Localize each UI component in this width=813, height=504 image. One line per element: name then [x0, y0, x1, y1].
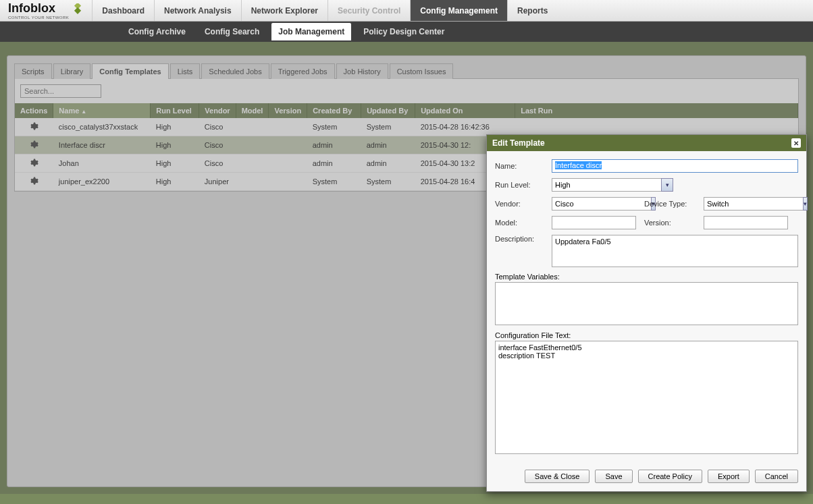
col-updated-on[interactable]: Updated On [415, 103, 515, 118]
tab-triggered-jobs[interactable]: Triggered Jobs [271, 63, 335, 79]
device-type-field[interactable] [704, 197, 803, 211]
cell-version [269, 118, 307, 136]
col-actions[interactable]: Actions [15, 103, 53, 118]
cell-created-by: admin [307, 155, 361, 173]
col-created-by[interactable]: Created By [307, 103, 361, 118]
label-vendor: Vendor: [495, 200, 544, 208]
table-row[interactable]: cisco_catalyst37xxstackHighCiscoSystemSy… [15, 118, 798, 136]
cell-created-by: admin [307, 136, 361, 155]
run-level-dropdown-icon[interactable] [661, 178, 673, 192]
inner-tabs: Scripts Library Config Templates Lists S… [14, 63, 799, 79]
cell-name: cisco_catalyst37xxstack [53, 118, 151, 136]
vendor-field[interactable] [552, 197, 651, 211]
label-model: Model: [495, 219, 544, 227]
svg-rect-1 [74, 7, 81, 14]
config-file-text-field[interactable] [495, 341, 798, 454]
cell-run-level: High [151, 118, 199, 136]
col-version[interactable]: Version [269, 103, 307, 118]
label-name: Name: [495, 162, 544, 170]
col-run-level[interactable]: Run Level [151, 103, 199, 118]
cell-model [236, 118, 269, 136]
cell-model [236, 136, 269, 155]
tab-lists[interactable]: Lists [170, 63, 201, 79]
nav-network-analysis[interactable]: Network Analysis [154, 0, 241, 21]
nav-network-explorer[interactable]: Network Explorer [241, 0, 327, 21]
cell-vendor: Juniper [199, 173, 236, 191]
gear-icon[interactable] [29, 179, 38, 187]
cell-model [236, 155, 269, 173]
logo: Infoblox CONTROL YOUR NETWORK [0, 1, 92, 20]
cell-updated-by: admin [361, 155, 415, 173]
subnav-job-management[interactable]: Job Management [271, 23, 351, 40]
template-variables-field[interactable] [495, 282, 798, 325]
nav-reports[interactable]: Reports [507, 0, 557, 21]
export-button[interactable]: Export [708, 470, 750, 483]
tab-config-templates[interactable]: Config Templates [92, 63, 168, 79]
save-button[interactable]: Save [595, 470, 632, 483]
cell-updated-by: System [361, 118, 415, 136]
search-input[interactable] [20, 84, 101, 98]
device-type-dropdown-icon[interactable] [803, 197, 808, 211]
col-updated-by[interactable]: Updated By [361, 103, 415, 118]
cell-name: Johan [53, 155, 151, 173]
cell-version [269, 155, 307, 173]
tab-custom-issues[interactable]: Custom Issues [390, 63, 454, 79]
col-vendor[interactable]: Vendor [199, 103, 236, 118]
cell-model [236, 173, 269, 191]
description-field[interactable] [552, 235, 798, 267]
nav-dashboard[interactable]: Dashboard [92, 0, 154, 21]
subnav-policy-design-center[interactable]: Policy Design Center [357, 23, 451, 40]
close-icon[interactable]: ✕ [791, 138, 801, 148]
cell-run-level: High [151, 173, 199, 191]
tab-scripts[interactable]: Scripts [14, 63, 52, 79]
dialog-header[interactable]: Edit Template ✕ [487, 135, 806, 151]
gear-icon[interactable] [29, 142, 38, 150]
sub-nav: Config Archive Config Search Job Managem… [0, 22, 813, 42]
cell-run-level: High [151, 155, 199, 173]
col-last-run[interactable]: Last Run [515, 103, 798, 118]
subnav-config-search[interactable]: Config Search [198, 23, 266, 40]
logo-text: Infoblox [8, 1, 69, 16]
cell-version [269, 173, 307, 191]
edit-template-dialog: Edit Template ✕ Name: Interface discr Ru… [486, 134, 807, 492]
cell-vendor: Cisco [199, 118, 236, 136]
run-level-field[interactable] [552, 178, 661, 192]
cell-version [269, 136, 307, 155]
label-description: Description: [495, 235, 544, 243]
sort-asc-icon: ▲ [81, 109, 86, 115]
label-device-type: Device Type: [644, 200, 696, 208]
cell-updated-by: admin [361, 136, 415, 155]
name-field[interactable]: Interface discr [552, 159, 798, 173]
logo-subtext: CONTROL YOUR NETWORK [8, 16, 69, 20]
cell-vendor: Cisco [199, 136, 236, 155]
label-version: Version: [644, 219, 696, 227]
create-policy-button[interactable]: Create Policy [638, 470, 702, 483]
cell-run-level: High [151, 136, 199, 155]
gear-icon[interactable] [29, 161, 38, 169]
cell-vendor: Cisco [199, 155, 236, 173]
label-template-variables: Template Variables: [495, 273, 798, 281]
cancel-button[interactable]: Cancel [755, 470, 798, 483]
gear-icon[interactable] [29, 124, 38, 132]
cell-created-by: System [307, 173, 361, 191]
logo-diamond-icon [72, 3, 84, 18]
cell-updated-on: 2015-04-28 16:42:36 [415, 118, 515, 136]
main-nav: Dashboard Network Analysis Network Explo… [92, 0, 557, 21]
model-field[interactable] [552, 216, 636, 229]
label-run-level: Run Level: [495, 181, 544, 189]
nav-security-control[interactable]: Security Control [327, 0, 410, 21]
tab-scheduled-jobs[interactable]: Scheduled Jobs [201, 63, 269, 79]
label-config-file-text: Configuration File Text: [495, 331, 798, 339]
subnav-config-archive[interactable]: Config Archive [122, 23, 192, 40]
tab-library[interactable]: Library [53, 63, 91, 79]
tab-job-history[interactable]: Job History [336, 63, 388, 79]
col-model[interactable]: Model [236, 103, 269, 118]
version-field[interactable] [704, 216, 788, 229]
cell-created-by: System [307, 118, 361, 136]
col-name[interactable]: Name▲ [53, 103, 151, 118]
save-close-button[interactable]: Save & Close [525, 470, 590, 483]
cell-name: juniper_ex2200 [53, 173, 151, 191]
top-banner: Infoblox CONTROL YOUR NETWORK Dashboard … [0, 0, 813, 22]
nav-config-management[interactable]: Config Management [410, 0, 507, 21]
cell-name: Interface discr [53, 136, 151, 155]
